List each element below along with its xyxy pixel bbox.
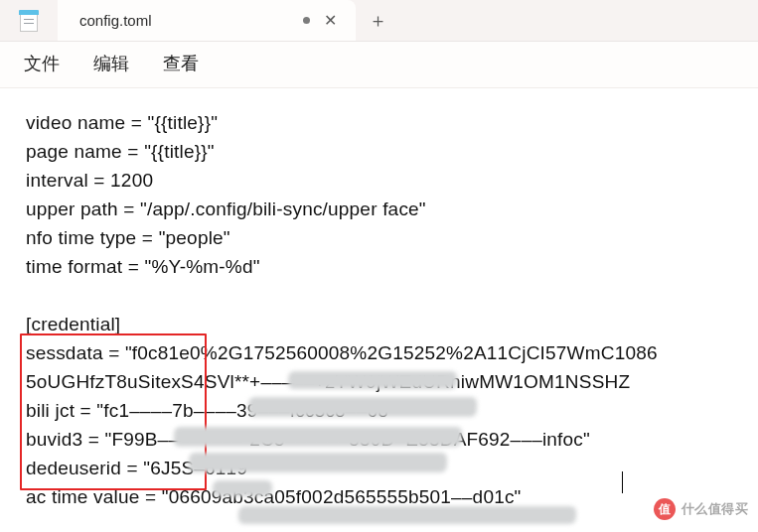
title-bar: config.toml ✕ ＋ xyxy=(0,0,758,42)
watermark-text: 什么值得买 xyxy=(682,500,749,518)
text-caret xyxy=(622,471,623,493)
redaction-smudge xyxy=(248,397,478,417)
new-tab-button[interactable]: ＋ xyxy=(356,0,399,41)
editor-line: upper path = "/app/.config/bili-sync/upp… xyxy=(26,199,426,219)
redaction-smudge xyxy=(174,427,463,447)
notepad-icon xyxy=(19,10,39,32)
watermark-logo-icon: 值 xyxy=(654,498,676,520)
menu-edit[interactable]: 编辑 xyxy=(93,52,129,75)
unsaved-indicator-icon xyxy=(303,17,310,24)
editor-line: nfo time type = "people" xyxy=(26,227,230,248)
tab-title: config.toml xyxy=(79,12,293,29)
document-tab[interactable]: config.toml ✕ xyxy=(58,0,356,41)
editor-line: ac time value = "06609ab3ca05f002d565555… xyxy=(26,486,522,507)
editor-line: page name = "{{title}}" xyxy=(26,141,215,162)
menu-file[interactable]: 文件 xyxy=(24,52,60,75)
redaction-smudge xyxy=(213,480,273,496)
redaction-smudge xyxy=(288,371,458,389)
menu-view[interactable]: 查看 xyxy=(163,52,199,75)
editor-line: sessdata = "f0c81e0%2G1752560008%2G15252… xyxy=(26,342,658,363)
redaction-smudge xyxy=(238,506,577,524)
menu-bar: 文件 编辑 查看 xyxy=(0,42,758,88)
watermark: 值 什么值得买 xyxy=(654,498,749,520)
app-icon-wrap xyxy=(0,0,58,41)
editor-line: [credential] xyxy=(26,314,120,334)
editor-line: interval = 1200 xyxy=(26,170,153,191)
close-tab-button[interactable]: ✕ xyxy=(320,11,340,31)
editor-line: video name = "{{title}}" xyxy=(26,112,218,133)
editor-line: time format = "%Y-%m-%d" xyxy=(26,256,260,277)
redaction-smudge xyxy=(189,453,448,472)
